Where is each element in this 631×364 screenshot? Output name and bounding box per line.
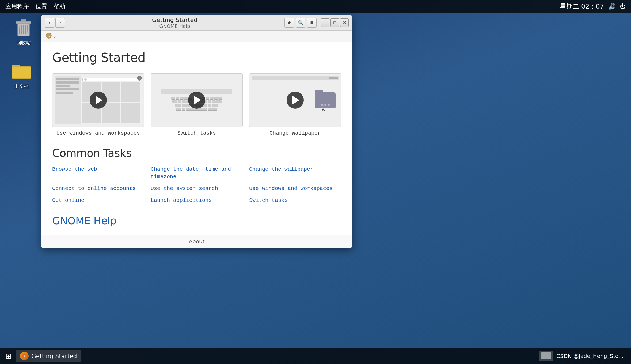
menu-help[interactable]: 帮助 [54, 2, 65, 10]
about-link[interactable]: About [189, 238, 204, 245]
play-btn-windows[interactable] [90, 92, 107, 109]
menu-places[interactable]: 位置 [35, 2, 47, 10]
back-button[interactable]: ‹ [45, 18, 54, 28]
page-title: Getting Started [52, 50, 341, 65]
close-button[interactable]: ✕ [340, 18, 349, 27]
menu-apps[interactable]: 应用程序 [5, 2, 29, 10]
window-controls: – □ ✕ [321, 18, 349, 27]
titlebar-nav: ‹ › [45, 18, 65, 28]
show-apps-button[interactable]: ⊞ [4, 351, 13, 362]
video-cards-container: ✕ Use windows and workspaces [52, 73, 341, 136]
link-use-windows[interactable]: Use windows and workspaces [249, 185, 341, 192]
window-content: Getting Started [41, 42, 352, 235]
minimize-button[interactable]: – [321, 18, 329, 27]
breadcrumb-home-icon[interactable]: G [46, 33, 52, 40]
workspace-indicator[interactable] [539, 351, 553, 361]
taskbar-bottom-right: CSDN @Jade_Heng_Sto... [539, 351, 627, 361]
taskbar-top-right: 星期二 02：07 🔊 ⏻ [560, 2, 626, 11]
taskbar-app-icon: ? [20, 352, 29, 360]
search-button[interactable]: 🔍 [296, 18, 305, 28]
link-system-search[interactable]: Use the system search [151, 185, 243, 192]
video-label-windows: Use windows and workspaces [56, 130, 140, 136]
search-icon: 🔍 [298, 20, 303, 25]
forward-button[interactable]: › [55, 18, 65, 28]
main-window: ‹ › Getting Started GNOME Help ★ 🔍 ≡ – □… [41, 15, 352, 248]
video-label-tasks: Switch tasks [177, 130, 216, 136]
window-subtitle: GNOME Help [67, 23, 282, 29]
link-online-accounts[interactable]: Connect to online accounts [52, 185, 144, 192]
clock: 星期二 02：07 [560, 2, 604, 11]
video-thumb-wallpaper[interactable]: ↖ [249, 73, 341, 127]
taskbar-app-getting-started[interactable]: ? Getting Started [16, 350, 81, 362]
svg-text:G: G [47, 34, 50, 38]
about-bar: About [41, 235, 352, 248]
window-titlebar: ‹ › Getting Started GNOME Help ★ 🔍 ≡ – □… [41, 15, 352, 31]
common-tasks-links: Browse the web Change the date, time and… [52, 166, 341, 204]
play-btn-wallpaper[interactable] [287, 92, 304, 109]
desktop: 应用程序 位置 帮助 星期二 02：07 🔊 ⏻ 回收站 [0, 0, 631, 364]
link-change-wallpaper[interactable]: Change the wallpaper [249, 166, 341, 181]
breadcrumb-bar: G › [41, 31, 352, 42]
link-browse-web[interactable]: Browse the web [52, 166, 144, 181]
svg-rect-2 [21, 19, 26, 22]
taskbar-top-left: 应用程序 位置 帮助 [5, 2, 65, 10]
bookmark-button[interactable]: ★ [284, 18, 294, 28]
taskbar-far-right-label: CSDN @Jade_Heng_Sto... [553, 353, 627, 359]
titlebar-actions: ★ 🔍 ≡ [284, 18, 317, 28]
common-tasks-title: Common Tasks [52, 147, 341, 159]
video-thumb-windows[interactable]: ✕ [52, 73, 144, 127]
link-switch-tasks[interactable]: Switch tasks [249, 197, 341, 204]
link-get-online[interactable]: Get online [52, 197, 144, 204]
video-card-windows[interactable]: ✕ Use windows and workspaces [52, 73, 144, 136]
video-label-wallpaper: Change wallpaper [269, 130, 321, 136]
trash-icon-image [14, 18, 33, 37]
volume-icon[interactable]: 🔊 [608, 3, 615, 10]
window-title: Getting Started GNOME Help [67, 17, 282, 29]
breadcrumb-separator: › [54, 33, 56, 40]
folder-label: 主文档 [14, 83, 29, 89]
taskbar-bottom-left: ⊞ ? Getting Started [4, 350, 81, 362]
video-card-wallpaper[interactable]: ↖ Change wallpaper [249, 73, 341, 136]
desktop-icon-folder[interactable]: 主文档 [8, 62, 35, 89]
maximize-button[interactable]: □ [330, 18, 339, 27]
workspace-inner [541, 352, 551, 359]
play-btn-tasks[interactable] [188, 92, 205, 109]
trash-label: 回收站 [16, 40, 31, 46]
menu-button[interactable]: ≡ [307, 18, 317, 28]
svg-text:?: ? [24, 354, 26, 358]
taskbar-app-label: Getting Started [31, 353, 77, 359]
folder-icon-image [12, 62, 31, 81]
video-card-tasks[interactable]: Switch tasks [151, 73, 243, 136]
desktop-icon-trash[interactable]: 回收站 [10, 18, 37, 46]
window-main-title: Getting Started [67, 17, 282, 23]
link-launch-apps[interactable]: Launch applications [151, 197, 243, 204]
power-icon[interactable]: ⏻ [620, 3, 626, 10]
taskbar-top: 应用程序 位置 帮助 星期二 02：07 🔊 ⏻ [0, 0, 631, 13]
gnome-help-link[interactable]: GNOME Help [52, 215, 116, 227]
svg-rect-10 [12, 67, 31, 78]
link-change-datetime[interactable]: Change the date, time and timezone [151, 166, 243, 181]
video-thumb-tasks[interactable] [151, 73, 243, 127]
taskbar-bottom: ⊞ ? Getting Started CSDN @Jade_Heng_Sto.… [0, 348, 631, 364]
